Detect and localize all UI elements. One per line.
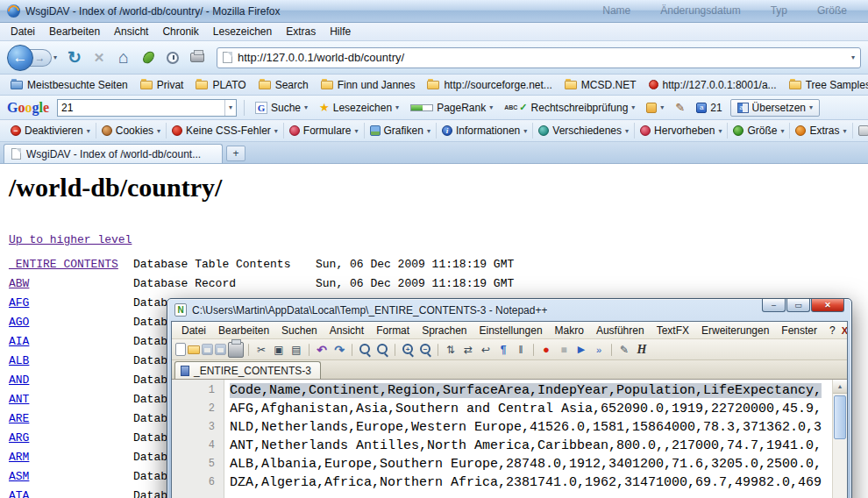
word-wrap-icon[interactable]: ↩ bbox=[478, 342, 494, 358]
webdev-menu-item[interactable]: Größe ▾ bbox=[728, 123, 790, 139]
listing-entry-link[interactable]: AGO bbox=[9, 313, 133, 332]
notepadpp-menu-item[interactable]: TextFX bbox=[651, 323, 695, 338]
notepadpp-titlebar[interactable]: N C:\Users\Martin\AppData\Local\Temp\_EN… bbox=[171, 299, 848, 321]
up-to-higher-level-link[interactable]: Up to higher level bbox=[9, 233, 132, 246]
notepadpp-menu-item[interactable]: Einstellungen bbox=[473, 323, 549, 338]
find-icon[interactable] bbox=[357, 342, 373, 358]
minimize-button[interactable]: – bbox=[762, 299, 786, 312]
bookmark-item[interactable]: Tree Samples bbox=[784, 77, 868, 93]
menu-item[interactable]: Extras bbox=[279, 24, 323, 39]
text-editor[interactable]: Code,Name,Continent,Region,SurfaceArea,I… bbox=[224, 380, 832, 498]
new-tab-button[interactable]: + bbox=[226, 146, 245, 161]
menu-item[interactable]: Lesezeichen bbox=[206, 24, 279, 39]
stop-record-icon[interactable]: ■ bbox=[556, 342, 572, 358]
listing-entry-link[interactable]: ATA bbox=[9, 487, 133, 498]
notepadpp-menu-item[interactable]: Ausführen bbox=[590, 323, 651, 338]
maximize-button[interactable]: ▭ bbox=[786, 299, 810, 312]
history-clock-button[interactable] bbox=[162, 47, 183, 68]
webdev-menu-item[interactable]: i Informationen ▾ bbox=[437, 123, 533, 139]
autofill-button[interactable]: ✎ bbox=[672, 99, 688, 116]
scroll-up-button[interactable]: ▲ bbox=[833, 380, 847, 394]
sync-horizontal-icon[interactable]: ⇄ bbox=[460, 342, 476, 358]
replace-icon[interactable] bbox=[374, 342, 390, 358]
html-viewer-icon[interactable]: H bbox=[634, 342, 650, 358]
copy-icon[interactable]: ▣ bbox=[271, 342, 287, 358]
listing-entry-link[interactable]: _ENTIRE_CONTENTS bbox=[9, 255, 133, 274]
vertical-scrollbar[interactable]: ▲ bbox=[832, 380, 847, 498]
notepadpp-menu-item[interactable]: Makro bbox=[549, 323, 590, 338]
menu-item[interactable]: Bearbeiten bbox=[42, 24, 107, 39]
print-button[interactable] bbox=[187, 47, 208, 68]
google-bookmarks-button[interactable]: ★ Lesezeichen ▾ bbox=[316, 99, 402, 116]
redo-icon[interactable]: ↷ bbox=[331, 342, 347, 358]
home-button[interactable]: ⌂ bbox=[113, 47, 134, 68]
listing-entry-link[interactable]: ARE bbox=[9, 409, 133, 429]
reload-button[interactable]: ↻ bbox=[64, 47, 85, 68]
bookmark-item[interactable]: http://sourceforge.net... bbox=[422, 77, 557, 93]
zoom-out-icon[interactable]: − bbox=[417, 342, 433, 358]
close-document-x[interactable]: X bbox=[842, 325, 848, 336]
toolbar-separator[interactable] bbox=[533, 344, 534, 356]
notepadpp-menu-item[interactable]: Datei bbox=[175, 323, 212, 338]
document-tab[interactable]: _ENTIRE_CONTENTS-3 bbox=[174, 361, 321, 379]
listing-entry-link[interactable]: AND bbox=[9, 371, 133, 390]
webdev-menu-item[interactable]: Grafiken ▾ bbox=[365, 123, 437, 139]
listing-entry-link[interactable]: AIA bbox=[9, 332, 133, 352]
bookmark-item[interactable]: http://127.0.0.1:8001/a... bbox=[644, 77, 782, 93]
webdev-menu-item[interactable]: Keine CSS-Fehler ▾ bbox=[167, 123, 284, 139]
bookmark-item[interactable]: Privat bbox=[135, 77, 189, 93]
play-macro-icon[interactable]: ▶ bbox=[573, 342, 589, 358]
notepadpp-menu-item[interactable]: Erweiterungen bbox=[695, 323, 775, 338]
bookmark-item[interactable]: Meistbesuchte Seiten bbox=[5, 77, 133, 93]
print-icon[interactable] bbox=[228, 342, 244, 358]
toolbar-separator[interactable] bbox=[352, 344, 352, 356]
webdev-menu-item[interactable]: Quelltext ▾ bbox=[853, 123, 868, 139]
scrollbar-thumb[interactable] bbox=[834, 395, 846, 439]
translate-button[interactable]: a Übersetzen ▾ bbox=[730, 99, 820, 117]
webdev-menu-item[interactable]: Extras ▾ bbox=[790, 123, 852, 139]
toolbar-separator[interactable] bbox=[395, 344, 395, 356]
toolbar-separator[interactable] bbox=[309, 344, 309, 356]
webdev-menu-item[interactable]: Verschiedenes ▾ bbox=[533, 123, 635, 139]
paste-icon[interactable]: ▤ bbox=[288, 342, 304, 358]
pagerank-indicator[interactable]: PageRank ▾ bbox=[407, 100, 496, 116]
spellcheck-button[interactable]: ABC ✓ Rechtschreibprüfung ▾ bbox=[501, 100, 638, 116]
bookmark-item[interactable]: PLATO bbox=[190, 77, 251, 93]
notepadpp-menu-item[interactable]: Format bbox=[370, 323, 416, 338]
listing-entry-link[interactable]: ANT bbox=[9, 390, 133, 409]
toolbar-separator[interactable] bbox=[248, 344, 249, 356]
listing-entry-link[interactable]: ABW bbox=[9, 274, 133, 294]
listing-entry-link[interactable]: ALB bbox=[9, 352, 133, 371]
highlight-count[interactable]: a 21 bbox=[693, 100, 725, 116]
notepadpp-menu-item[interactable]: Ansicht bbox=[324, 323, 370, 338]
bookmark-item[interactable]: MCSD.NET bbox=[559, 77, 642, 93]
send-to-button[interactable]: ▾ bbox=[643, 101, 667, 115]
back-button[interactable]: ← bbox=[7, 45, 33, 71]
record-macro-icon[interactable]: ● bbox=[538, 342, 554, 358]
notepadpp-menu-item[interactable]: ? bbox=[823, 323, 842, 338]
sync-vertical-icon[interactable]: ⇅ bbox=[443, 342, 459, 358]
indent-guide-icon[interactable]: ‖ bbox=[513, 342, 529, 358]
webdev-menu-item[interactable]: Cookies ▾ bbox=[96, 123, 167, 139]
listing-entry-link[interactable]: AFG bbox=[9, 294, 133, 313]
firefox-titlebar[interactable]: WsgiDAV - Index of /world-db/country/ - … bbox=[0, 0, 868, 23]
listing-entry-link[interactable]: ASM bbox=[9, 467, 133, 487]
cut-icon[interactable]: ✂ bbox=[253, 342, 269, 358]
zoom-in-icon[interactable]: + bbox=[400, 342, 416, 358]
stop-button[interactable]: ✕ bbox=[89, 47, 110, 68]
new-file-icon[interactable] bbox=[175, 343, 186, 356]
menu-item[interactable]: Hilfe bbox=[323, 24, 358, 39]
save-icon[interactable] bbox=[202, 344, 213, 355]
webdev-menu-item[interactable]: Hervorheben ▾ bbox=[635, 123, 728, 139]
greasemonkey-button[interactable] bbox=[138, 47, 159, 68]
url-input[interactable] bbox=[238, 51, 846, 64]
close-button[interactable]: ✕ bbox=[811, 299, 844, 312]
run-macro-multiple-icon[interactable]: » bbox=[591, 342, 607, 358]
google-search-input[interactable] bbox=[58, 102, 224, 114]
notepadpp-menu-item[interactable]: Sprachen bbox=[416, 323, 473, 338]
menu-item[interactable]: Chronik bbox=[155, 24, 205, 39]
google-search-dropdown-icon[interactable]: ▾ bbox=[224, 100, 236, 116]
toolbar-separator[interactable] bbox=[438, 344, 438, 356]
listing-entry-link[interactable]: ARM bbox=[9, 448, 133, 467]
webdev-menu-item[interactable]: − Deaktivieren ▾ bbox=[5, 123, 96, 139]
